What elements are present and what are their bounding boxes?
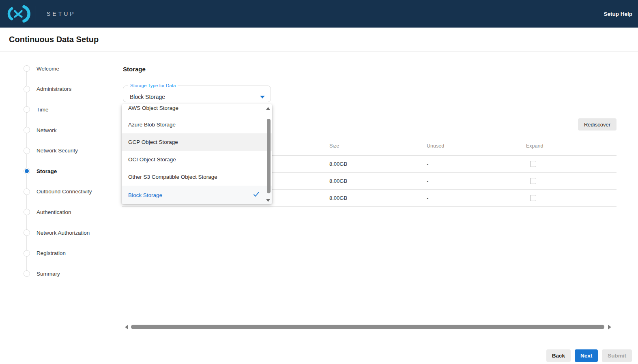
step-circle-icon bbox=[24, 168, 30, 174]
step-circle-icon bbox=[24, 250, 30, 257]
submit-button[interactable]: Submit bbox=[602, 349, 632, 362]
page-title: Continuous Data Setup bbox=[9, 35, 99, 44]
sidebar-step-registration[interactable]: Registration bbox=[24, 243, 109, 263]
step-label: Summary bbox=[37, 271, 60, 277]
column-header-size: Size bbox=[329, 143, 426, 149]
step-label: Network Security bbox=[37, 148, 78, 154]
footer-actions: Back Next Submit bbox=[546, 349, 632, 362]
next-button[interactable]: Next bbox=[575, 349, 598, 362]
sidebar-step-administrators[interactable]: Administrators bbox=[24, 79, 109, 100]
sidebar-divider bbox=[109, 52, 109, 343]
column-header-unused: Unused bbox=[426, 143, 525, 149]
cell-unused: - bbox=[426, 161, 525, 167]
step-circle-icon bbox=[24, 209, 30, 215]
storage-type-select-value: Block Storage bbox=[130, 94, 165, 100]
dropdown-option-label: AWS Object Storage bbox=[128, 105, 178, 111]
step-circle-icon bbox=[24, 86, 30, 92]
delphix-logo-icon bbox=[6, 4, 32, 23]
selected-check-icon bbox=[253, 191, 260, 198]
dropdown-option-other-s3-compatible-object-storage[interactable]: Other S3 Compatible Object Storage bbox=[122, 168, 272, 186]
menu-scroll-down-icon[interactable] bbox=[266, 199, 270, 202]
expand-checkbox[interactable] bbox=[530, 178, 536, 184]
step-label: Outbound Connectivity bbox=[37, 188, 92, 195]
cell-size: 8.00GB bbox=[329, 178, 426, 184]
storage-type-select-label: Storage Type for Data bbox=[128, 83, 178, 88]
sidebar-step-outbound-connectivity[interactable]: Outbound Connectivity bbox=[24, 182, 109, 202]
step-label: Time bbox=[37, 107, 49, 113]
column-header-expand: Expand bbox=[525, 143, 617, 149]
sidebar-step-time[interactable]: Time bbox=[24, 99, 109, 120]
chevron-down-icon bbox=[260, 96, 265, 98]
step-circle-icon bbox=[24, 65, 30, 72]
dropdown-option-label: Other S3 Compatible Object Storage bbox=[128, 174, 217, 180]
dropdown-option-label: GCP Object Storage bbox=[128, 139, 178, 145]
step-label: Administrators bbox=[37, 86, 71, 92]
expand-checkbox[interactable] bbox=[530, 161, 536, 167]
topbar-divider bbox=[36, 6, 36, 21]
wizard-stepper: Welcome Administrators Time Network Netw… bbox=[24, 58, 109, 284]
cell-size: 8.00GB bbox=[329, 195, 426, 201]
dropdown-option-gcp-object-storage[interactable]: GCP Object Storage bbox=[122, 133, 272, 151]
dropdown-option-oci-object-storage[interactable]: OCI Object Storage bbox=[122, 151, 272, 168]
sidebar-step-welcome[interactable]: Welcome bbox=[24, 58, 109, 79]
step-circle-icon bbox=[24, 127, 30, 133]
step-circle-icon bbox=[24, 148, 30, 154]
horizontal-scrollbar bbox=[122, 324, 617, 330]
setup-wizard-screen: SETUP Setup Help Continuous Data Setup W… bbox=[0, 0, 638, 364]
sidebar-step-storage[interactable]: Storage bbox=[24, 161, 109, 182]
sidebar-step-network-security[interactable]: Network Security bbox=[24, 140, 109, 161]
step-circle-icon bbox=[24, 106, 30, 113]
dropdown-option-block-storage[interactable]: Block Storage bbox=[122, 186, 272, 204]
step-label: Welcome bbox=[37, 66, 59, 72]
dropdown-option-label: Block Storage bbox=[128, 192, 162, 198]
cell-unused: - bbox=[426, 178, 525, 184]
setup-help-link[interactable]: Setup Help bbox=[604, 11, 632, 17]
step-label: Authentication bbox=[37, 209, 71, 215]
horizontal-scrollbar-thumb[interactable] bbox=[131, 325, 604, 329]
section-title: Storage bbox=[123, 66, 146, 73]
dropdown-option-aws-object-storage[interactable]: AWS Object Storage bbox=[122, 104, 272, 116]
scroll-left-icon[interactable] bbox=[125, 325, 128, 330]
expand-checkbox[interactable] bbox=[530, 195, 536, 201]
cell-size: 8.00GB bbox=[329, 161, 426, 167]
step-label: Registration bbox=[37, 250, 66, 256]
step-label: Network bbox=[37, 127, 57, 133]
cell-unused: - bbox=[426, 195, 525, 201]
step-label: Network Authorization bbox=[37, 230, 90, 236]
sidebar-step-network[interactable]: Network bbox=[24, 120, 109, 141]
back-button[interactable]: Back bbox=[546, 349, 571, 362]
storage-type-select[interactable]: Storage Type for Data Block Storage bbox=[123, 83, 271, 102]
product-label: SETUP bbox=[47, 11, 76, 17]
step-circle-icon bbox=[24, 229, 30, 236]
step-circle-icon bbox=[24, 270, 30, 277]
storage-type-dropdown-menu: AWS Object Storage Azure Blob Storage GC… bbox=[122, 104, 272, 204]
scroll-right-icon[interactable] bbox=[608, 325, 611, 330]
step-label: Storage bbox=[37, 168, 57, 174]
page-header: Continuous Data Setup bbox=[0, 28, 638, 51]
step-circle-icon bbox=[24, 188, 30, 195]
menu-scroll-up-icon[interactable] bbox=[266, 107, 270, 110]
sidebar-step-network-authorization[interactable]: Network Authorization bbox=[24, 223, 109, 243]
menu-scrollbar-thumb[interactable] bbox=[267, 119, 271, 193]
dropdown-option-label: OCI Object Storage bbox=[128, 156, 176, 163]
rediscover-button[interactable]: Rediscover bbox=[578, 118, 617, 131]
top-bar: SETUP Setup Help bbox=[0, 0, 638, 28]
dropdown-option-label: Azure Blob Storage bbox=[128, 122, 176, 128]
dropdown-option-azure-blob-storage[interactable]: Azure Blob Storage bbox=[122, 116, 272, 133]
sidebar-step-summary[interactable]: Summary bbox=[24, 263, 109, 284]
sidebar-step-authentication[interactable]: Authentication bbox=[24, 202, 109, 223]
